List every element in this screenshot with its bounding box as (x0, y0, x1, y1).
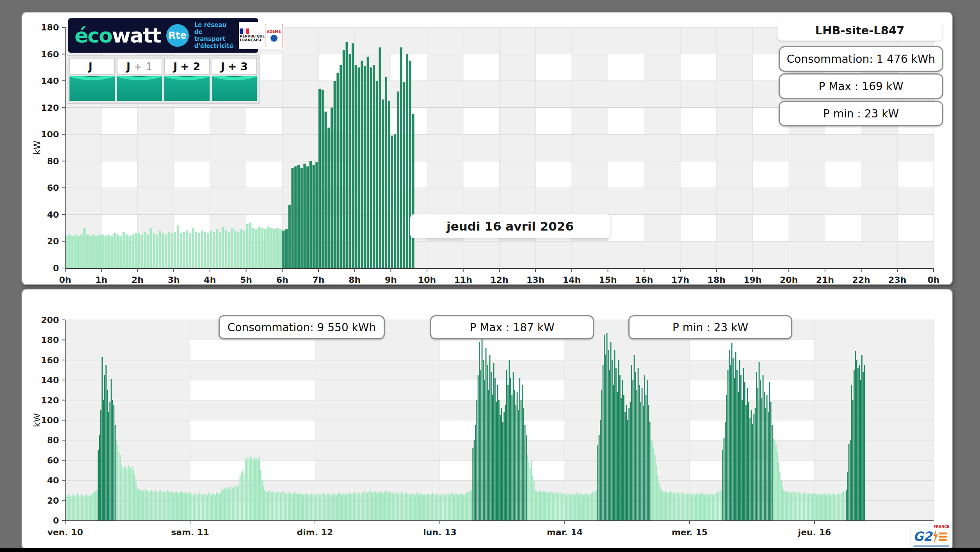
day-button-j1[interactable]: J+ 1 (117, 58, 162, 101)
weekly-pmin-stat: P min : 23 kW (628, 315, 792, 339)
x-axis-tick-label: 11h (454, 275, 472, 284)
x-axis-tick-label: 12h (490, 275, 508, 284)
y-axis-title: kW (32, 413, 42, 427)
ecowatt-green-signal-tile[interactable] (212, 76, 257, 101)
g2e-logo: G2 FRANCE (911, 525, 950, 548)
y-axis-tick-label: 180 (41, 335, 59, 345)
x-axis-tick-label: mar. 14 (547, 527, 583, 537)
ecowatt-logo: écowatt (75, 25, 161, 46)
daily-consumption-stat: Consommation: 1 476 kWh (779, 46, 943, 72)
x-axis-tick-label: jeu. 16 (798, 527, 831, 537)
weekly-pmax-stat: P Max : 187 kW (430, 315, 594, 339)
x-axis-tick-label: 16h (635, 275, 653, 284)
flag-icon (240, 28, 249, 34)
daily-chart-panel: 0204060801001201401601800h1h2h3h4h5h6h7h… (21, 12, 953, 285)
x-axis-tick-label: sam. 11 (171, 527, 209, 537)
day-button-j3[interactable]: J+ 3 (212, 58, 257, 101)
ecowatt-green-signal-tile[interactable] (164, 76, 210, 101)
day-button-j3-label: J (221, 60, 225, 73)
lightning-bolt-icon (932, 529, 939, 543)
y-axis-tick-label: 60 (47, 456, 59, 465)
gov-name-line2: FRANÇAISE (240, 39, 262, 43)
x-axis-tick-label: 20h (780, 275, 798, 284)
ecowatt-green-signal-tile[interactable] (69, 76, 115, 101)
ecowatt-banner: écowatt Rte Le réseau de transport d'éle… (68, 18, 258, 53)
y-axis-tick-label: 100 (41, 130, 59, 139)
x-axis-tick-label: 6h (276, 275, 288, 284)
y-axis-tick-label: 20 (47, 236, 59, 246)
y-axis-tick-label: 180 (41, 23, 59, 32)
y-axis-tick-label: 0 (53, 516, 59, 525)
x-axis-tick-label: 10h (418, 275, 436, 284)
x-axis-tick-label: 22h (852, 275, 870, 284)
day-button-j3-suffix: + 3 (228, 60, 248, 73)
republique-francaise-badge: RÉPUBLIQUE FRANÇAISE ADEME (239, 22, 283, 49)
weekly-consumption-stat: Consommation: 9 550 kWh (219, 315, 385, 339)
ademe-globe-icon (270, 35, 277, 42)
y-axis-tick-label: 100 (41, 415, 59, 425)
french-flag-icon: RÉPUBLIQUE FRANÇAISE (240, 28, 265, 43)
x-axis-tick-label: 23h (888, 275, 906, 284)
y-axis-tick-label: 200 (41, 315, 59, 325)
site-title: LHB-site-L847 (777, 20, 942, 41)
x-axis-tick-label: 4h (204, 275, 216, 284)
y-axis-tick-label: 80 (47, 156, 59, 166)
y-axis-tick-label: 140 (41, 76, 59, 86)
date-label: jeudi 16 avril 2026 (410, 214, 610, 238)
day-button-j-label: J (89, 60, 92, 73)
x-axis-tick-label: 17h (671, 275, 689, 284)
x-axis-tick-label: 19h (743, 275, 761, 284)
y-axis-tick-label: 40 (47, 210, 59, 220)
y-axis-title: kW (32, 140, 42, 154)
g2e-logo-text: G2 (913, 530, 932, 543)
rte-logo-icon: Rte (166, 24, 189, 47)
x-axis-tick-label: 8h (349, 275, 361, 284)
day-button-j1-label: J (126, 60, 130, 73)
y-axis-tick-label: 160 (41, 50, 59, 59)
y-axis-tick-label: 140 (41, 375, 59, 385)
x-axis-tick-label: 7h (312, 275, 324, 284)
ecowatt-green-signal-tile[interactable] (117, 76, 162, 101)
x-axis-tick-label: 2h (132, 275, 144, 284)
x-axis-tick-label: 14h (563, 275, 581, 284)
g2e-tagline-bar (913, 545, 950, 547)
x-axis-tick-label: 5h (240, 275, 252, 284)
x-axis-tick-label: 13h (526, 275, 544, 284)
rte-tagline-line1: Le réseau (194, 21, 234, 28)
ecowatt-logo-eco: éco (75, 24, 112, 47)
y-axis-tick-label: 40 (47, 476, 59, 485)
x-axis-tick-label: 21h (816, 275, 834, 284)
rte-tagline-line3: d'électricité (194, 43, 234, 50)
day-button-j2[interactable]: J+ 2 (164, 58, 210, 101)
x-axis-tick-label: mer. 15 (672, 527, 708, 537)
day-button-j2-suffix: + 2 (180, 60, 200, 73)
ecowatt-logo-watt: watt (112, 24, 161, 47)
x-axis-tick-label: 3h (168, 275, 180, 284)
ademe-badge: ADEME (265, 24, 283, 47)
y-axis-tick-label: 80 (47, 435, 59, 445)
x-axis-tick-label: 0h (928, 275, 940, 284)
y-axis-tick-label: 160 (41, 355, 59, 365)
weekly-chart-panel: 020406080100120140160180200ven. 10sam. 1… (21, 289, 953, 550)
day-button-j2-label: J (173, 60, 177, 73)
rte-tagline: Le réseau de transport d'électricité (194, 21, 234, 50)
x-axis-tick-label: 1h (95, 275, 107, 284)
daily-pmax-stat: P Max : 169 kW (779, 73, 943, 99)
day-button-j1-suffix: + 1 (133, 60, 152, 73)
y-axis-tick-label: 120 (41, 396, 59, 405)
y-axis-tick-label: 20 (47, 496, 59, 506)
x-axis-tick-label: 18h (708, 275, 726, 284)
g2e-france-label: FRANCE (934, 525, 949, 529)
day-button-j[interactable]: J (69, 58, 115, 101)
rte-tagline-line2: de transport (194, 28, 234, 43)
screen-bottom-edge (0, 548, 980, 552)
dashboard-page: { "brand": { "eco": "éco", "watt": "watt… (0, 0, 980, 552)
y-axis-tick-label: 120 (41, 103, 59, 113)
x-axis-tick-label: 0h (59, 275, 71, 284)
x-axis-tick-label: ven. 10 (47, 527, 83, 537)
x-axis-tick-label: 9h (385, 275, 397, 284)
day-selector: J J+ 1 J+ 2 J+ 3 (67, 55, 260, 104)
daily-pmin-stat: P min : 23 kW (779, 101, 943, 126)
y-axis-tick-label: 60 (47, 183, 59, 193)
ademe-label: ADEME (267, 30, 281, 34)
